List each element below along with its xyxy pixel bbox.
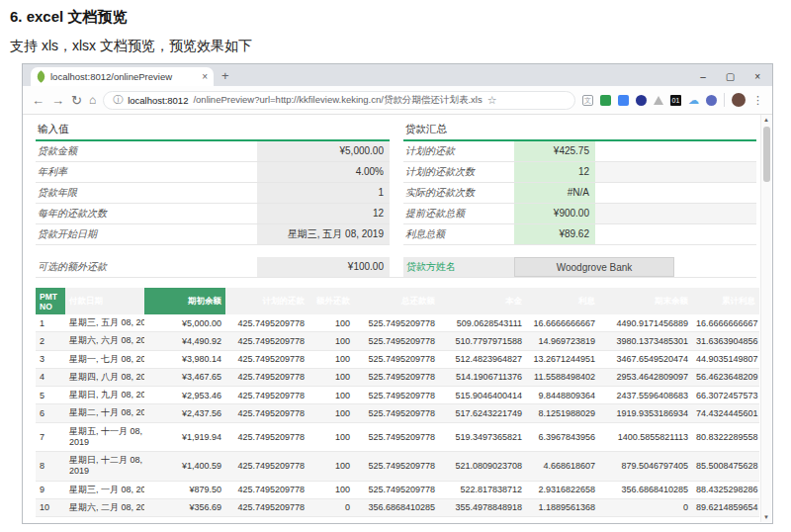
cell: 525.7495209778 bbox=[354, 314, 439, 332]
extension-blue-icon[interactable] bbox=[618, 95, 629, 106]
tab-favicon-leaf-icon bbox=[35, 70, 47, 83]
bookmark-star-icon[interactable]: ☆ bbox=[487, 94, 497, 107]
cell: 525.7495209778 bbox=[354, 422, 439, 452]
window-maximize-button[interactable]: ▢ bbox=[726, 71, 735, 82]
summary-section-title: 贷款汇总 bbox=[403, 122, 756, 141]
extension-dark-circle-icon[interactable] bbox=[636, 95, 647, 106]
cell: 星期三, 五月 08, 2019 bbox=[65, 314, 144, 332]
scrollbar-thumb[interactable] bbox=[763, 127, 770, 182]
cell-label: 利息总额 bbox=[403, 224, 514, 244]
cell: 2953.4642809097 bbox=[599, 368, 692, 386]
cell: 515.9046400414 bbox=[439, 387, 526, 404]
extension-cloud-icon[interactable]: ☁ bbox=[688, 95, 699, 106]
cell: 425.7495209778 bbox=[225, 452, 308, 482]
input-row-loan-amount: 贷款金额 ¥5,000.00 bbox=[36, 141, 390, 162]
window-close-button[interactable]: × bbox=[754, 71, 760, 82]
cell: 31.6363904856 bbox=[692, 332, 759, 350]
cell: 14.969723819 bbox=[526, 332, 599, 350]
cell: 425.7495209778 bbox=[225, 368, 308, 386]
cell-value: 1 bbox=[257, 183, 390, 203]
row-filler bbox=[595, 204, 756, 223]
cell: ¥356.69 bbox=[144, 498, 225, 516]
cell-value: 4.00% bbox=[257, 162, 390, 182]
extension-triangle-icon[interactable] bbox=[654, 96, 663, 105]
cell: 80.8322289558 bbox=[692, 422, 759, 452]
tab-title: localhost:8012/onlinePreview bbox=[50, 71, 197, 82]
cell: 0 bbox=[308, 498, 354, 516]
extension-01-badge-icon[interactable]: 01 bbox=[670, 95, 681, 106]
cell: 100 bbox=[308, 404, 354, 422]
cell: 3980.1373485301 bbox=[599, 332, 692, 350]
table-row: 8星期日, 十二月 08, 2019¥1,400.59425.749520977… bbox=[36, 452, 759, 482]
extra-payment-label: 可选的额外还款 bbox=[36, 257, 257, 277]
cell: 星期日, 十二月 08, 2019 bbox=[65, 452, 144, 482]
cell: 355.4978848918 bbox=[439, 498, 526, 516]
scroll-down-arrow-icon[interactable]: ▼ bbox=[761, 514, 771, 520]
cell-label: 计划的还款 bbox=[403, 141, 514, 161]
cell: 74.4324445601 bbox=[692, 404, 759, 422]
menu-kebab-icon[interactable]: ⋮ bbox=[752, 94, 763, 107]
summary-row-scheduled-count: 计划的还款次数 12 bbox=[403, 162, 756, 183]
loan-summary-panel: 贷款汇总 计划的还款 ¥425.75 计划的还款次数 12 实际的还款次数 #N… bbox=[403, 122, 756, 245]
cell-value: ¥900.00 bbox=[514, 204, 595, 223]
row-filler bbox=[595, 141, 756, 161]
cell: 1400.5855821113 bbox=[599, 422, 692, 452]
cell: 13.2671244951 bbox=[526, 350, 599, 368]
cell: 425.7495209778 bbox=[225, 350, 308, 368]
vertical-scrollbar[interactable]: ▲ ▼ bbox=[760, 115, 771, 522]
cell: 525.7495209778 bbox=[354, 332, 439, 350]
reload-button[interactable]: ↻ bbox=[71, 93, 82, 108]
extension-shield-icon[interactable] bbox=[600, 95, 611, 106]
cell-label: 每年的还款次数 bbox=[36, 204, 257, 223]
cell: ¥1,919.94 bbox=[144, 422, 225, 452]
cell: 星期六, 二月 08, 2020 bbox=[65, 498, 144, 516]
cell-label: 年利率 bbox=[36, 162, 257, 182]
input-row-payments-per-year: 每年的还款次数 12 bbox=[36, 204, 390, 224]
col-header-scheduled-payment: 计划的还款 bbox=[225, 288, 308, 314]
cell: 5 bbox=[36, 387, 65, 404]
home-button[interactable]: ⌂ bbox=[89, 93, 96, 107]
cell: 8 bbox=[36, 452, 65, 482]
window-minimize-button[interactable]: – bbox=[700, 71, 706, 82]
cell: 11.5588498402 bbox=[526, 368, 599, 386]
cell: 514.1906711376 bbox=[439, 368, 526, 386]
forward-button[interactable]: → bbox=[51, 93, 64, 108]
cell-value: ¥89.62 bbox=[514, 224, 595, 244]
scroll-up-arrow-icon[interactable]: ▲ bbox=[761, 117, 771, 123]
amortization-table: PMT NO 付款日期 期初余额 计划的还款 额外还款 总还款额 本金 利息 期… bbox=[36, 288, 759, 517]
cell: 100 bbox=[308, 314, 354, 332]
url-path: /onlinePreview?url=http://kkfileview.kek… bbox=[193, 94, 482, 107]
cell: 4490.9171456889 bbox=[599, 314, 692, 332]
browser-window: localhost:8012/onlinePreview × + – ▢ × ←… bbox=[22, 63, 773, 524]
table-header-row: PMT NO 付款日期 期初余额 计划的还款 额外还款 总还款额 本金 利息 期… bbox=[36, 288, 759, 314]
new-tab-button[interactable]: + bbox=[221, 68, 229, 83]
cell: 0 bbox=[599, 498, 692, 516]
cell: 521.0809023708 bbox=[439, 452, 526, 482]
table-row: 2星期六, 六月 08, 2019¥4,490.92425.7495209778… bbox=[36, 332, 759, 350]
table-row: 4星期四, 八月 08, 2019¥3,467.65425.7495209778… bbox=[36, 368, 759, 386]
tab-close-icon[interactable]: × bbox=[202, 71, 208, 82]
cell: 16.6666666667 bbox=[526, 314, 599, 332]
cell: 16.6666666667 bbox=[692, 314, 759, 332]
cell: ¥2,437.56 bbox=[144, 404, 225, 422]
cell: 425.7495209778 bbox=[225, 404, 308, 422]
cell: 425.7495209778 bbox=[225, 498, 308, 516]
cell: 517.6243221749 bbox=[439, 404, 526, 422]
address-bar[interactable]: ⓘ localhost:8012 /onlinePreview?url=http… bbox=[103, 91, 575, 110]
cell: 100 bbox=[308, 350, 354, 368]
col-header-payment-date: 付款日期 bbox=[65, 288, 144, 314]
page-info-icon[interactable]: ⓘ bbox=[113, 93, 123, 107]
cell: ¥2,953.46 bbox=[144, 387, 225, 404]
toolbar-divider bbox=[724, 93, 725, 107]
profile-avatar[interactable] bbox=[732, 93, 746, 107]
browser-tab[interactable]: localhost:8012/onlinePreview × bbox=[31, 67, 214, 86]
cell: 425.7495209778 bbox=[225, 332, 308, 350]
cell: 512.4823964827 bbox=[439, 350, 526, 368]
page-title: 6. excel 文档预览 bbox=[10, 8, 127, 27]
cell: 8.1251988029 bbox=[526, 404, 599, 422]
back-button[interactable]: ← bbox=[32, 93, 44, 108]
extension-purple-icon[interactable] bbox=[706, 95, 717, 106]
cell: ¥4,490.92 bbox=[144, 332, 225, 350]
cell: 星期日, 九月 08, 2019 bbox=[65, 387, 144, 404]
translate-icon[interactable]: 文 bbox=[582, 95, 593, 106]
